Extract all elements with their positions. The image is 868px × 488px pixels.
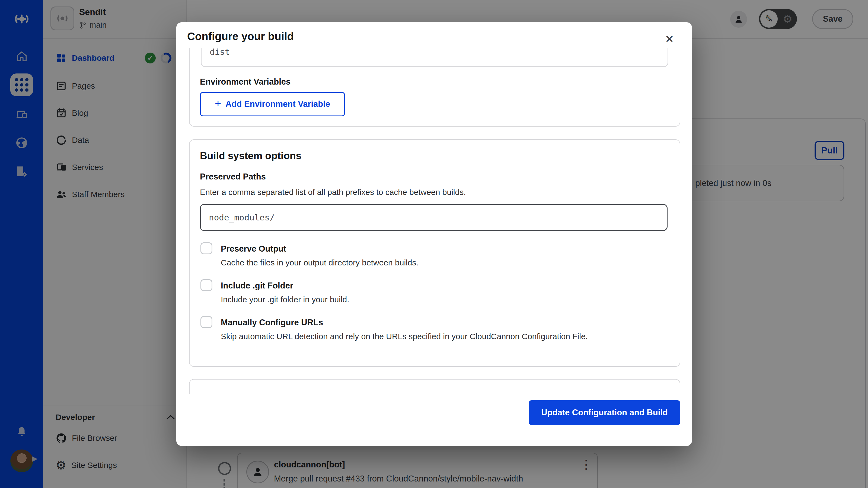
manually-configure-urls-label: Manually Configure URLs: [221, 318, 323, 327]
env-variables-label: Environment Variables: [200, 77, 290, 87]
preserved-paths-help: Enter a comma separated list of all path…: [200, 188, 466, 197]
manually-configure-urls-checkbox[interactable]: [200, 316, 212, 328]
output-directory-input[interactable]: dist: [201, 48, 669, 67]
preserve-output-desc: Cache the files in your output directory…: [221, 258, 418, 267]
close-icon[interactable]: ✕: [662, 31, 677, 46]
next-section-card: [189, 379, 680, 394]
add-environment-variable-label: Add Environment Variable: [225, 99, 330, 109]
modal-scroll-area[interactable]: dist Environment Variables + Add Environ…: [176, 48, 692, 394]
preserved-paths-label: Preserved Paths: [200, 172, 266, 182]
build-system-options-section: Build system options Preserved Paths Ent…: [189, 139, 680, 367]
configure-build-modal: Configure your build ✕ dist Environment …: [176, 22, 692, 446]
preserved-paths-input[interactable]: node_modules/: [200, 204, 668, 231]
preserve-output-label: Preserve Output: [221, 244, 286, 254]
include-git-folder-checkbox[interactable]: [200, 279, 212, 291]
include-git-folder-desc: Include your .git folder in your build.: [221, 295, 349, 304]
add-environment-variable-button[interactable]: + Add Environment Variable: [200, 92, 345, 116]
build-system-options-heading: Build system options: [200, 150, 301, 162]
update-configuration-and-build-button[interactable]: Update Configuration and Build: [529, 400, 680, 425]
manually-configure-urls-desc: Skip automatic URL detection and rely on…: [221, 332, 588, 341]
modal-title: Configure your build: [187, 30, 294, 42]
preserve-output-checkbox[interactable]: [200, 242, 212, 254]
include-git-folder-label: Include .git Folder: [221, 281, 293, 291]
plus-icon: +: [215, 98, 221, 110]
app-root: ▶ Sendit main: [0, 0, 868, 488]
build-config-section: dist Environment Variables + Add Environ…: [189, 48, 680, 127]
